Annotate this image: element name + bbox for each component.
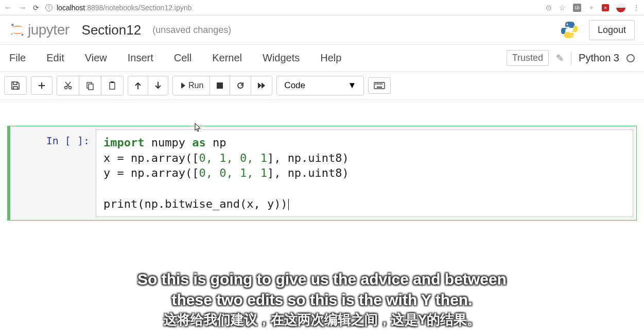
browser-bar: ← → ⟳ i localhost:8898/notebooks/Section…	[0, 0, 644, 15]
subtitle-en-2: these two edits so this is the with Y th…	[0, 290, 644, 311]
arrow-down-icon	[154, 81, 162, 90]
code-cell[interactable]: In [ ]: import numpy as np x = np.array(…	[7, 126, 637, 221]
logout-button[interactable]: Logout	[589, 20, 635, 40]
copy-icon	[85, 81, 95, 90]
svg-point-0	[11, 24, 14, 26]
run-icon	[179, 82, 185, 89]
menu-dots-icon[interactable]: ⋮	[633, 4, 640, 12]
python-logo-icon	[559, 20, 580, 40]
notebook-area: In [ ]: import numpy as np x = np.array(…	[0, 100, 644, 228]
svg-point-6	[69, 87, 72, 89]
text-cursor	[288, 199, 289, 210]
paste-icon	[108, 81, 117, 90]
svg-rect-10	[111, 81, 114, 83]
svg-rect-15	[378, 84, 379, 85]
stop-button[interactable]	[210, 76, 230, 95]
fast-forward-icon	[257, 82, 266, 89]
notebook-title[interactable]: Section12	[82, 22, 142, 38]
chevron-down-icon: ▼	[348, 80, 357, 91]
restart-run-all-button[interactable]	[251, 76, 272, 95]
reload-icon[interactable]: ⟳	[33, 4, 39, 12]
toolbar: Run Code ▼	[0, 72, 644, 100]
svg-rect-12	[374, 82, 385, 89]
restart-button[interactable]	[230, 76, 251, 95]
edit-pencil-icon[interactable]: ✎	[556, 53, 564, 64]
subtitle-cn: 这将给我们建议，在这两次编辑之间，这是Y的结果。	[0, 311, 644, 329]
plus-icon	[38, 81, 46, 90]
extension-red-icon[interactable]: a	[602, 4, 609, 11]
add-cell-button[interactable]	[31, 76, 53, 95]
stop-icon	[216, 82, 223, 89]
menu-help[interactable]: Help	[320, 52, 341, 64]
save-icon	[11, 81, 20, 90]
url-bar[interactable]: i localhost:8898/notebooks/Section12.ipy…	[45, 4, 539, 12]
cell-prompt: In [ ]:	[13, 129, 96, 217]
jupyter-header: jupyter Section12 (unsaved changes) Logo…	[0, 15, 644, 44]
svg-rect-16	[380, 84, 381, 85]
svg-point-1	[22, 34, 24, 36]
command-palette-button[interactable]	[368, 77, 391, 94]
subtitles: So this is going to give us the advice a…	[0, 269, 644, 329]
subtitle-en-1: So this is going to give us the advice a…	[0, 269, 644, 290]
paste-button[interactable]	[101, 76, 123, 95]
svg-rect-13	[375, 84, 376, 85]
move-up-button[interactable]	[128, 76, 148, 95]
keyboard-icon	[374, 82, 385, 89]
svg-point-5	[65, 87, 67, 89]
extension-puzzle-icon[interactable]: ✦	[588, 4, 595, 12]
run-group: Run	[172, 76, 272, 95]
svg-rect-17	[381, 84, 382, 85]
unsaved-indicator: (unsaved changes)	[152, 25, 231, 36]
site-info-icon[interactable]: i	[45, 4, 53, 11]
trusted-indicator[interactable]: Trusted	[507, 50, 549, 66]
kernel-name[interactable]: Python 3	[579, 52, 619, 64]
save-button[interactable]	[4, 76, 27, 95]
svg-point-2	[11, 33, 12, 35]
zoom-icon[interactable]: ⊙	[546, 4, 552, 12]
svg-rect-9	[110, 82, 115, 89]
svg-rect-8	[89, 84, 93, 90]
star-icon[interactable]: ☆	[559, 4, 566, 12]
cut-button[interactable]	[57, 76, 79, 95]
menu-cell[interactable]: Cell	[174, 52, 192, 64]
svg-rect-11	[217, 82, 223, 89]
nav-arrows: ← →	[4, 3, 27, 12]
divider	[571, 52, 571, 64]
menu-edit[interactable]: Edit	[46, 52, 64, 64]
code-input[interactable]: import numpy as np x = np.array([0, 1, 0…	[96, 129, 633, 217]
menu-kernel[interactable]: Kernel	[212, 52, 242, 64]
svg-point-4	[570, 35, 572, 37]
kernel-status-icon	[626, 54, 635, 62]
forward-icon[interactable]: →	[19, 3, 27, 12]
menu-widgets[interactable]: Widgets	[263, 52, 300, 64]
run-label: Run	[188, 81, 203, 90]
svg-point-3	[566, 24, 568, 25]
jupyter-logo-icon	[9, 22, 26, 38]
jupyter-logo-text: jupyter	[28, 22, 69, 38]
extension-1b-icon[interactable]: 1b	[573, 4, 581, 12]
menu-bar: File Edit View Insert Cell Kernel Widget…	[0, 44, 644, 72]
svg-rect-14	[377, 84, 378, 85]
browser-extensions: ⊙ ☆ 1b ✦ a ⋮	[546, 3, 640, 12]
scissors-icon	[63, 81, 73, 90]
url-text: localhost:8898/notebooks/Section12.ipynb	[57, 4, 192, 12]
cell-type-value: Code	[284, 80, 305, 91]
jupyter-logo[interactable]: jupyter	[9, 22, 69, 38]
edit-group	[57, 76, 124, 95]
arrow-up-icon	[134, 81, 142, 90]
restart-icon	[236, 81, 245, 90]
cell-type-select[interactable]: Code ▼	[276, 76, 364, 95]
menu-insert[interactable]: Insert	[128, 52, 153, 64]
menu-file[interactable]: File	[9, 52, 26, 64]
run-button[interactable]: Run	[173, 76, 210, 95]
back-icon[interactable]: ←	[4, 3, 12, 12]
move-down-button[interactable]	[148, 76, 168, 95]
move-group	[128, 76, 168, 95]
menu-view[interactable]: View	[85, 52, 107, 64]
profile-avatar-icon[interactable]	[616, 3, 625, 12]
copy-button[interactable]	[79, 76, 101, 95]
svg-rect-18	[377, 87, 382, 88]
